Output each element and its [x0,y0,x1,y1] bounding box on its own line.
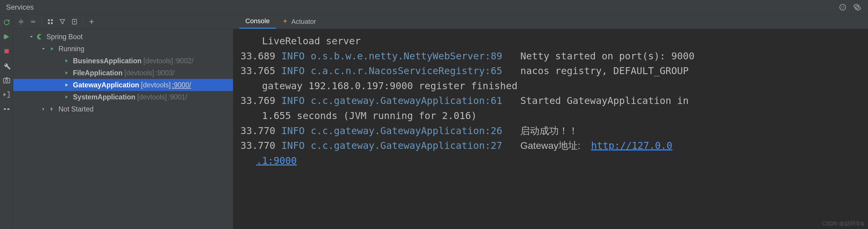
chevron-right-icon[interactable] [40,105,47,113]
app-name: FileApplication [73,69,123,77]
log-line: 33.769INFOc.c.gateway.GatewayApplication… [241,93,861,108]
tab-console[interactable]: Console [239,14,276,29]
lightning-icon [48,105,56,113]
console-output[interactable]: LiveReload server 33.689INFOo.s.b.w.e.ne… [233,29,868,229]
svg-rect-10 [51,22,53,24]
app-meta: [devtools] [143,57,173,65]
expand-all-icon[interactable] [16,16,27,27]
tree-notstarted-group[interactable]: Not Started [13,103,233,115]
svg-rect-9 [48,22,50,24]
log-line: 1.655 seconds (JVM running for 2.016) [241,108,861,124]
filter-icon[interactable] [57,16,68,27]
rerun-icon[interactable] [2,18,11,27]
tree-label: Not Started [59,105,93,113]
add-icon[interactable] [86,16,97,27]
help-icon[interactable] [838,2,847,12]
watermark: CSDN @赵同学& [822,220,864,227]
app-port: :9000/ [172,81,191,89]
app-meta: [devtools] [124,69,154,77]
app-name: BusinessApplication [73,57,141,65]
detail-tabs: Console Actuator [233,14,322,29]
camera-icon[interactable] [2,75,11,85]
log-line: 33.770INFOc.c.gateway.GatewayApplication… [241,124,861,139]
play-icon [63,57,70,64]
app-port: :9002/ [174,57,193,65]
svg-point-4 [5,79,7,81]
log-line: 33.689INFOo.s.b.w.e.netty.NettyWebServer… [241,49,861,64]
tab-actuator[interactable]: Actuator [276,14,322,29]
collapse-all-icon[interactable] [28,16,38,27]
tree-root-springboot[interactable]: Spring Boot [13,31,233,43]
tree-label: Running [59,45,84,53]
app-meta: [devtools] [141,81,170,89]
tree-app-gateway[interactable]: GatewayApplication [devtools] :9000/ [13,79,233,91]
play-icon [63,93,70,101]
log-line: 33.765INFOc.a.c.n.r.NacosServiceRegistry… [241,64,861,79]
scroll-to-icon[interactable] [69,16,80,27]
svg-rect-6 [7,108,9,110]
log-line: .1:9000 [241,153,861,168]
tab-label: Console [245,17,270,25]
panel-title: Services [6,3,34,11]
log-line: gateway 192.168.0.197:9000 register fini… [241,79,861,94]
play-icon [63,69,70,76]
app-name: GatewayApplication [73,81,139,89]
tree-app-system[interactable]: SystemApplication [devtools] :9001/ [13,91,233,103]
chevron-down-icon[interactable] [28,33,35,40]
play-icon [63,81,70,89]
svg-rect-2 [4,49,9,53]
tree-app-business[interactable]: BusinessApplication [devtools] :9002/ [13,55,233,67]
svg-point-1 [841,6,844,8]
gateway-url-link[interactable]: http://127.0.0 [591,138,673,153]
tree-toolbar [13,16,233,27]
svg-rect-5 [4,108,6,110]
play-icon [48,45,56,53]
svg-rect-8 [51,19,53,21]
stop-icon[interactable] [2,46,11,56]
tree-label: Spring Boot [46,33,83,41]
run-icon[interactable] [2,32,11,41]
tree-app-file[interactable]: FileApplication [devtools] :9003/ [13,67,233,79]
wrench-icon[interactable] [2,61,11,70]
app-meta: [devtools] [137,93,167,101]
gateway-url-link[interactable]: .1:9000 [256,153,297,168]
chevron-down-icon[interactable] [40,45,47,53]
settings-icon[interactable] [852,2,862,12]
log-line: 33.770INFOc.c.gateway.GatewayApplication… [241,138,861,153]
tab-label: Actuator [291,18,316,26]
exit-icon[interactable] [2,90,11,99]
app-port: :9001/ [168,93,187,101]
layout-icon[interactable] [2,104,11,114]
app-name: SystemApplication [73,93,135,101]
svg-rect-7 [48,19,50,21]
group-icon[interactable] [45,16,56,27]
title-bar: Services [0,0,868,14]
actuator-icon [282,19,288,25]
log-line: LiveReload server [241,34,861,49]
services-tree: Spring Boot Running [13,29,233,229]
svg-point-0 [840,4,846,10]
tree-running-group[interactable]: Running [13,43,233,55]
app-port: :9003/ [155,69,175,77]
action-gutter [0,14,13,229]
springboot-icon [36,33,43,40]
